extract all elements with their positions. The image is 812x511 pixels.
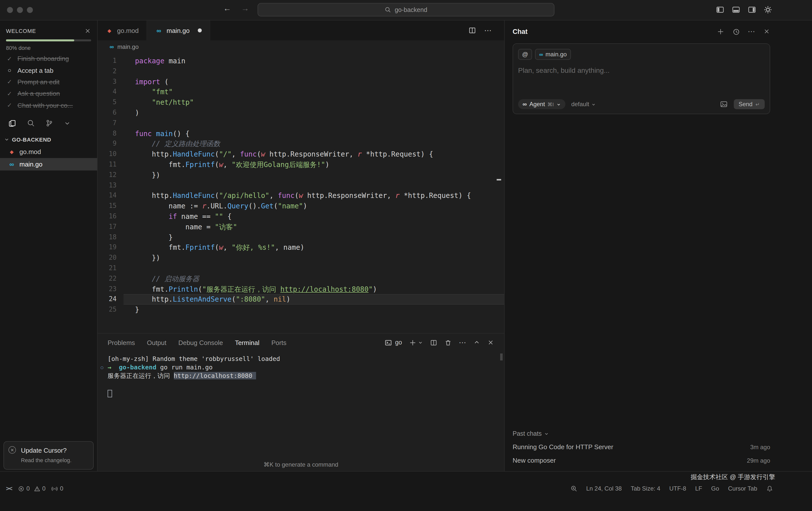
status-tab-size-4[interactable]: Tab Size: 4 — [631, 485, 660, 492]
status-cursor-tab[interactable]: Cursor Tab — [728, 485, 757, 492]
code-line-10[interactable]: 10 http.HandleFunc("/", func(w http.Resp… — [98, 149, 504, 160]
code-line-3[interactable]: 3import ( — [98, 77, 504, 87]
code-line-5[interactable]: 5 "net/http" — [98, 97, 504, 108]
explorer-file-main-go[interactable]: ∞main.go — [0, 158, 97, 170]
toggle-right-panel-icon[interactable] — [748, 5, 756, 14]
back-arrow-icon[interactable]: ← — [223, 4, 231, 13]
close-icon[interactable] — [84, 27, 91, 34]
status-ln-24-col-38[interactable]: Ln 24, Col 38 — [586, 485, 622, 492]
source-control-branch-icon[interactable] — [45, 119, 53, 127]
settings-gear-icon[interactable] — [764, 5, 772, 14]
breadcrumb[interactable]: ∞ main.go — [98, 41, 504, 53]
line-number[interactable]: 8 — [98, 128, 123, 139]
split-terminal-icon[interactable] — [430, 339, 437, 346]
terminal-shell-chip[interactable]: go — [384, 339, 402, 346]
line-number[interactable]: 25 — [98, 304, 123, 315]
code-line-1[interactable]: 1package main — [98, 56, 504, 66]
code-line-7[interactable]: 7 — [98, 118, 504, 129]
code-line-16[interactable]: 16 if name == "" { — [98, 211, 504, 222]
close-window-button[interactable] — [7, 7, 13, 13]
toggle-bottom-panel-icon[interactable] — [732, 5, 740, 14]
code-line-21[interactable]: 21 — [98, 263, 504, 274]
code-line-4[interactable]: 4 "fmt" — [98, 87, 504, 98]
explorer-section-header[interactable]: GO-BACKEND — [0, 133, 97, 145]
trash-icon[interactable] — [444, 339, 452, 346]
split-editor-icon[interactable] — [468, 26, 476, 34]
code-line-17[interactable]: 17 name = "访客" — [98, 222, 504, 232]
code-line-11[interactable]: 11 fmt.Fprintf(w, "欢迎使用Golang后端服务!") — [98, 160, 504, 170]
ports-indicator[interactable]: 0 — [52, 485, 63, 492]
send-button[interactable]: Send ↵ — [733, 99, 765, 109]
terminal-output[interactable]: [oh-my-zsh] Random theme 'robbyrussell' … — [98, 351, 504, 471]
line-number[interactable]: 2 — [98, 66, 123, 77]
code-line-9[interactable]: 9 // 定义路由处理函数 — [98, 139, 504, 149]
remote-indicator-icon[interactable]: >< — [6, 485, 12, 492]
line-number[interactable]: 15 — [98, 201, 123, 211]
code-line-19[interactable]: 19 fmt.Fprintf(w, "你好, %s!", name) — [98, 243, 504, 253]
notification-body[interactable]: Read the changelog. — [21, 457, 88, 463]
line-number[interactable]: 18 — [98, 232, 123, 243]
welcome-task[interactable]: ✓Finish onboarding — [0, 53, 97, 64]
maximize-window-button[interactable] — [27, 7, 33, 13]
panel-tab-output[interactable]: Output — [147, 339, 166, 346]
past-chat-item[interactable]: Running Go Code for HTTP Server3m ago — [513, 440, 770, 454]
code-line-13[interactable]: 13 — [98, 180, 504, 191]
past-chats-header[interactable]: Past chats — [513, 430, 770, 437]
update-notification[interactable]: ✕ Update Cursor? Read the changelog. — [3, 441, 94, 469]
add-context-chip[interactable]: @ — [518, 49, 532, 60]
line-number[interactable]: 9 — [98, 139, 123, 149]
chevron-up-icon[interactable] — [473, 339, 480, 346]
more-actions-icon[interactable]: ⋯ — [748, 27, 755, 36]
code-line-2[interactable]: 2 — [98, 66, 504, 77]
line-number[interactable]: 10 — [98, 149, 123, 160]
past-chat-item[interactable]: New composer29m ago — [513, 454, 770, 467]
search-icon[interactable] — [27, 119, 35, 127]
panel-tab-debug-console[interactable]: Debug Console — [178, 339, 223, 346]
toggle-left-panel-icon[interactable] — [716, 5, 724, 14]
code-line-25[interactable]: 25} — [98, 304, 504, 315]
code-line-23[interactable]: 23 fmt.Println("服务器正在运行，访问 http://localh… — [98, 284, 504, 294]
tab-go-mod[interactable]: ◆ go.mod — [98, 21, 147, 41]
code-line-14[interactable]: 14 http.HandleFunc("/api/hello", func(w … — [98, 191, 504, 201]
explorer-file-go-mod[interactable]: ◆go.mod — [0, 145, 97, 158]
code-line-8[interactable]: 8func main() { — [98, 128, 504, 139]
code-line-12[interactable]: 12 }) — [98, 170, 504, 181]
chat-input-box[interactable]: @ ∞ main.go Plan, search, build anything… — [513, 44, 770, 114]
notifications-bell-icon[interactable] — [766, 485, 773, 492]
panel-tab-ports[interactable]: Ports — [271, 339, 286, 346]
agent-mode-selector[interactable]: ∞ Agent ⌘I — [518, 99, 565, 109]
problems-indicator[interactable]: 0 0 — [18, 485, 46, 492]
status-lf[interactable]: LF — [695, 485, 702, 492]
code-line-6[interactable]: 6) — [98, 108, 504, 118]
panel-tab-problems[interactable]: Problems — [108, 339, 135, 346]
code-line-24[interactable]: 24 http.ListenAndServe(":8080", nil) — [98, 294, 504, 305]
history-icon[interactable] — [732, 28, 740, 35]
line-number[interactable]: 7 — [98, 118, 123, 129]
line-number[interactable]: 4 — [98, 87, 123, 98]
line-number[interactable]: 12 — [98, 170, 123, 181]
modified-dot-icon[interactable] — [198, 28, 202, 32]
minimize-window-button[interactable] — [17, 7, 23, 13]
welcome-task[interactable]: ✓Prompt an edit — [0, 76, 97, 88]
welcome-task[interactable]: ✓Ask a question — [0, 88, 97, 100]
status-utf-8[interactable]: UTF-8 — [669, 485, 686, 492]
line-number[interactable]: 1 — [98, 56, 123, 66]
line-number[interactable]: 11 — [98, 160, 123, 170]
zoom-icon[interactable] — [570, 485, 577, 492]
code-line-18[interactable]: 18 } — [98, 232, 504, 243]
welcome-task[interactable]: ✓Chat with your co... — [0, 100, 97, 111]
line-number[interactable]: 16 — [98, 211, 123, 222]
close-icon[interactable] — [487, 339, 494, 346]
model-selector[interactable]: default — [571, 101, 596, 108]
new-chat-plus-icon[interactable] — [717, 28, 724, 35]
panel-tab-terminal[interactable]: Terminal — [235, 339, 259, 346]
line-number[interactable]: 6 — [98, 108, 123, 118]
more-actions-icon[interactable]: ⋯ — [484, 26, 492, 35]
line-number[interactable]: 19 — [98, 243, 123, 253]
line-number[interactable]: 21 — [98, 263, 123, 274]
line-number[interactable]: 5 — [98, 97, 123, 108]
context-file-chip[interactable]: ∞ main.go — [535, 49, 571, 60]
line-number[interactable]: 24 — [98, 294, 123, 305]
chevron-down-icon[interactable] — [418, 340, 423, 345]
command-center-search[interactable]: go-backend — [258, 3, 554, 17]
